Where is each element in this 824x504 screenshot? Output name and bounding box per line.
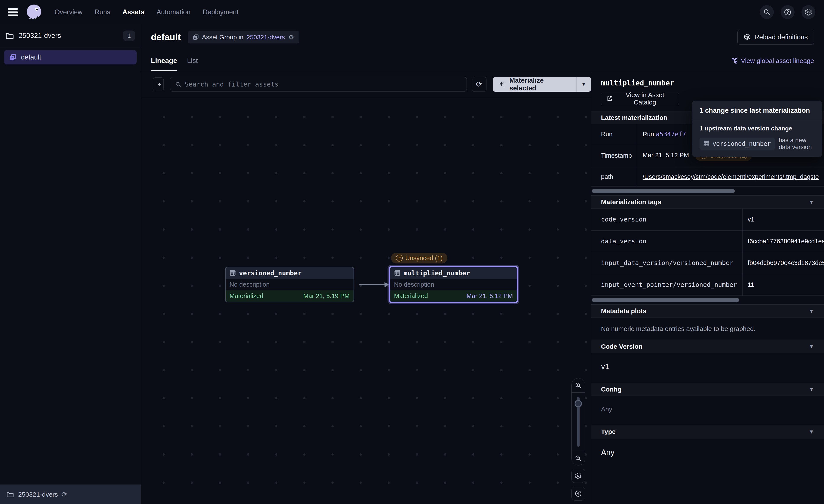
nav-item-runs[interactable]: Runs [95, 8, 110, 16]
chevron-down-icon[interactable]: ▼ [809, 386, 814, 392]
changes-popup: 1 change since last materialization 1 up… [692, 101, 822, 157]
tab-lineage[interactable]: Lineage [151, 50, 177, 71]
sidebar-repo-count-badge: 1 [123, 30, 135, 41]
reload-definitions-icon [744, 33, 751, 41]
unsynced-badge-canvas[interactable]: ⟳ Unsynced (1) [391, 253, 447, 263]
table-row: data_version f6ccba1776380941e9cd1ea6648… [591, 230, 824, 252]
tabs-row: Lineage List View global asset lineage [141, 50, 824, 72]
run-id-link[interactable]: a5347ef7 [656, 130, 686, 138]
hamburger-menu-icon[interactable] [8, 8, 18, 16]
chip-refresh-icon[interactable]: ⟳ [289, 33, 295, 41]
chevron-down-icon[interactable]: ▼ [809, 199, 814, 205]
section-code-version[interactable]: Code Version ▼ [591, 340, 824, 353]
chevron-down-icon[interactable]: ▼ [809, 429, 814, 435]
table-row: code_version v1 [591, 209, 824, 230]
table-row: input_event_pointer/versioned_number 11 [591, 274, 824, 296]
asset-search-box [170, 77, 467, 92]
table-row: path /Users/smackesey/stm/code/elementl/… [591, 167, 824, 187]
table-icon [703, 141, 710, 147]
reload-definitions-button[interactable]: Reload definitions [737, 30, 814, 44]
nav-item-automation[interactable]: Automation [157, 8, 191, 16]
refresh-icon: ⟳ [476, 80, 482, 89]
footer-repo-name: 250321-dvers [18, 491, 58, 498]
search-input[interactable] [185, 81, 462, 88]
popup-change-row: versioned_number has a new data version [692, 133, 822, 157]
asset-node-versioned-number[interactable]: versioned_number No description Material… [225, 267, 354, 302]
run-prefix: Run [642, 131, 656, 138]
refresh-graph-button[interactable]: ⟳ [472, 77, 487, 92]
chip-prefix: Asset Group in [202, 34, 243, 41]
section-label: Latest materialization [601, 114, 667, 121]
section-type[interactable]: Type ▼ [591, 425, 824, 438]
nav-item-deployment[interactable]: Deployment [203, 8, 238, 16]
zoom-slider[interactable] [572, 393, 585, 451]
sidebar-repo-row[interactable]: 250321-dvers 1 [0, 24, 141, 47]
asset-node-timestamp: Mar 21, 5:19 PM [303, 292, 350, 299]
graph-settings-button[interactable] [571, 469, 585, 483]
asset-node-description: No description [226, 279, 353, 290]
table-row: input_data_version/versioned_number fb04… [591, 252, 824, 274]
path-link[interactable]: /Users/smackesey/stm/code/elementl/exper… [642, 173, 819, 180]
chip-repo-link[interactable]: 250321-dvers [246, 34, 285, 41]
tag-key: data_version [591, 230, 742, 252]
help-button[interactable] [781, 5, 795, 19]
tag-key: input_data_version/versioned_number [591, 252, 742, 274]
horizontal-scrollbar[interactable] [592, 298, 739, 302]
section-label: Config [601, 386, 622, 393]
asset-node-multiplied-number[interactable]: multiplied_number No description Materia… [389, 266, 518, 303]
section-metadata-plots[interactable]: Metadata plots ▼ [591, 304, 824, 318]
sidebar-item-default[interactable]: default [4, 50, 137, 65]
collapse-sidebar-button[interactable] [153, 78, 164, 91]
popup-heading: 1 change since last materialization [692, 101, 822, 120]
tag-value: 11 [742, 274, 824, 296]
view-global-asset-lineage-label: View global asset lineage [741, 57, 814, 65]
gear-icon [575, 472, 582, 480]
zoom-in-button[interactable] [572, 378, 585, 393]
upstream-asset-chip[interactable]: versioned_number [700, 138, 775, 150]
asset-group-icon [193, 34, 199, 40]
table-icon [394, 270, 401, 276]
folder-icon [6, 32, 14, 39]
asset-node-description: No description [390, 279, 517, 290]
table-icon [229, 270, 236, 276]
materialize-selected-button[interactable]: Materialize selected ▼ [493, 77, 591, 92]
download-graph-button[interactable] [571, 487, 585, 501]
zoom-out-button[interactable] [572, 451, 585, 465]
metadata-plots-empty-message: No numeric metadata entries available to… [591, 318, 824, 340]
code-version-value: v1 [591, 353, 824, 383]
materialize-dropdown-caret[interactable]: ▼ [577, 77, 591, 92]
section-label: Materialization tags [601, 198, 661, 206]
lineage-edge-arrowhead [385, 282, 389, 287]
reload-repo-icon[interactable]: ⟳ [61, 490, 67, 499]
nav-item-assets[interactable]: Assets [122, 8, 144, 16]
tag-value: f6ccba1776380941e9cd1ea66481d [742, 230, 824, 252]
section-label: Metadata plots [601, 307, 646, 315]
chevron-down-icon[interactable]: ▼ [809, 344, 814, 350]
settings-button[interactable] [802, 5, 815, 19]
horizontal-scrollbar[interactable] [592, 189, 735, 193]
section-materialization-tags[interactable]: Materialization tags ▼ [591, 195, 824, 209]
tag-key: input_event_pointer/versioned_number [591, 274, 742, 296]
row-label: Timestamp [591, 144, 637, 167]
section-label: Code Version [601, 343, 642, 350]
view-in-asset-catalog-button[interactable]: View in Asset Catalog [601, 92, 679, 105]
help-icon [784, 8, 792, 16]
section-config[interactable]: Config ▼ [591, 383, 824, 396]
zoom-controls [571, 378, 585, 466]
asset-node-name: multiplied_number [404, 269, 470, 277]
zoom-in-icon [575, 382, 582, 389]
dagster-logo-icon[interactable] [25, 4, 42, 20]
external-link-icon [606, 95, 613, 102]
tab-list[interactable]: List [187, 50, 198, 71]
nav-item-overview[interactable]: Overview [55, 8, 83, 16]
materialize-selected-label: Materialize selected [509, 77, 571, 92]
view-global-asset-lineage-link[interactable]: View global asset lineage [731, 57, 814, 65]
search-icon [763, 8, 770, 16]
popup-subheading: 1 upstream data version change [692, 120, 822, 133]
page-title: default [151, 32, 181, 42]
search-button[interactable] [760, 5, 774, 19]
sidebar-repo-name: 250321-dvers [19, 31, 61, 39]
zoom-slider-knob[interactable] [575, 400, 582, 407]
lineage-canvas[interactable]: ⟳ Unsynced (1) versioned_number No descr… [141, 97, 591, 504]
chevron-down-icon[interactable]: ▼ [809, 308, 814, 314]
